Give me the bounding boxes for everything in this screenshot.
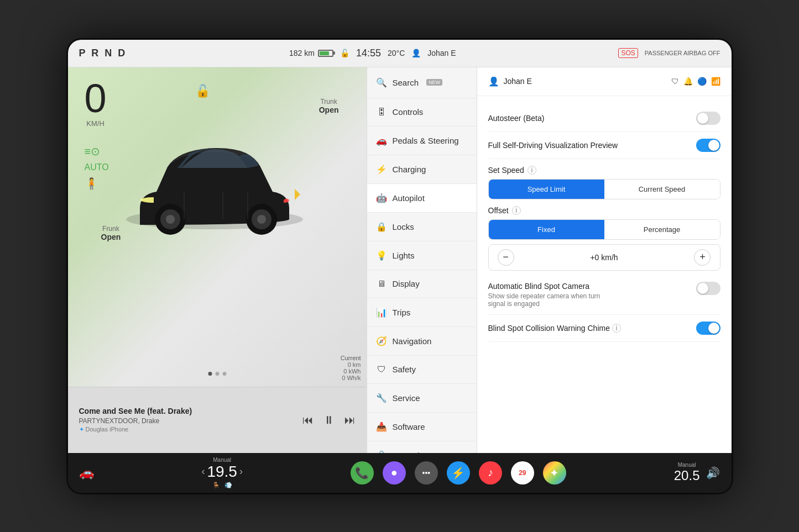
menu-item-upgrades[interactable]: 🔓 Upgrades [367,441,477,453]
phone-icon[interactable]: 📞 [351,461,374,484]
offset-options: Fixed Percentage [488,219,720,240]
navigation-icon: 🧭 [376,336,387,346]
frunk-status: Open [101,233,121,241]
speed-value: 0 [85,78,107,118]
left-panel: 0 KM/H ≡⊙ AUTO 🧍 Frunk Open Trunk Open [68,67,367,453]
bluetooth-icon[interactable]: ⚡ [447,461,470,484]
battery-icon [318,50,333,57]
blind-spot-setting: Automatic Blind Spot Camera Show side re… [488,275,720,315]
music-controls[interactable]: ⏮ ⏸ ⏭ [302,414,356,426]
music-info: Come and See Me (feat. Drake) PARTYNEXTD… [79,407,302,433]
frunk-info: Frunk Open [101,225,121,241]
software-label: Software [393,422,425,431]
fixed-option[interactable]: Fixed [489,220,604,239]
service-label: Service [393,393,420,403]
speed-limit-option[interactable]: Speed Limit [489,180,604,199]
menu-item-service[interactable]: 🔧 Service [367,384,477,413]
temp-display: 20°C [388,49,405,57]
set-speed-header: Set Speed i [488,166,720,175]
lock-indicator: 🔓 [195,84,210,98]
time-display: 14:55 [356,48,381,59]
decrease-kmh-button[interactable]: − [498,249,514,266]
trunk-label: Trunk [319,98,339,106]
calendar-icon[interactable]: 29 [511,461,534,484]
menu-item-controls[interactable]: 🎛 Controls [367,98,477,127]
increase-kmh-button[interactable]: + [694,249,711,266]
speed-options: Speed Limit Current Speed [488,179,720,199]
offset-section: Offset i Fixed Percentage − +0 km/h + [488,206,720,271]
menu-item-lights[interactable]: 💡 Lights [367,241,477,270]
autosteer-toggle[interactable] [696,112,720,125]
pedals-label: Pedals & Steering [393,136,459,145]
trunk-status: Open [319,106,339,114]
camera-icon[interactable]: ● [383,461,406,484]
blind-spot-toggle[interactable] [696,282,720,295]
menu-item-search[interactable]: 🔍 Search NEW [367,67,477,98]
menu-item-safety[interactable]: 🛡 Safety [367,356,477,384]
lights-label: Lights [393,251,415,260]
menu-panel: 🔍 Search NEW 🎛 Controls 🚗 Pedals & Steer… [367,67,477,453]
menu-item-trips[interactable]: 📊 Trips [367,298,477,327]
colorful-icon[interactable]: ✦ [543,461,566,484]
pause-button[interactable]: ⏸ [323,414,335,426]
headlight-icon: ≡⊙ [85,145,109,158]
trips-icon: 📊 [376,307,387,318]
upgrades-icon: 🔓 [376,450,387,453]
car-taskbar-icon[interactable]: 🚗 [79,466,94,480]
menu-item-charging[interactable]: ⚡ Charging [367,155,477,184]
fsd-knob [708,140,719,151]
blind-warning-setting: Blind Spot Collision Warning Chime i [488,315,720,342]
page-dot-2 [215,372,219,376]
search-menu-icon: 🔍 [376,77,387,88]
prev-track-button[interactable]: ⏮ [302,414,314,426]
locks-label: Locks [393,222,414,231]
blind-spot-desc: Show side repeater camera when turn sign… [488,292,610,308]
music-artist: PARTYNEXTDOOR, Drake [79,417,302,425]
apple-music-icon[interactable]: ♪ [479,461,502,484]
chevron-right-icon: › [239,466,243,477]
controls-label: Controls [393,107,424,117]
current-speed-option[interactable]: Current Speed [604,180,720,199]
music-player: Come and See Me (feat. Drake) PARTYNEXTD… [68,387,367,453]
autopilot-icon: 🤖 [376,193,387,203]
range-bar: 182 km [289,49,333,57]
blind-spot-label: Automatic Blind Spot Camera [488,282,690,291]
offset-header: Offset i [488,206,720,215]
page-dot-1 [208,372,212,376]
taskbar-temp-left: Manual ‹ 19.5 › 🪑 💨 [201,457,243,489]
blind-warning-info-icon: i [612,324,621,333]
blind-warning-toggle[interactable] [696,322,720,335]
profile-icon: 👤 [411,49,421,57]
sos-badge: SOS [618,48,638,58]
taskbar-center: 📞 ● ••• ⚡ ♪ 29 ✦ [351,461,566,484]
svg-point-3 [166,215,175,224]
next-track-button[interactable]: ⏭ [344,414,356,426]
dots-icon[interactable]: ••• [415,461,438,484]
lights-icon: 💡 [376,250,387,261]
fsd-toggle[interactable] [696,139,720,152]
manual-label-left: Manual [201,457,243,463]
search-badge: NEW [426,79,442,86]
trip-km: 0 km [341,361,361,368]
seatbelt-icon: 🧍 [85,177,109,190]
volume-icon[interactable]: 🔊 [706,466,720,480]
menu-item-autopilot[interactable]: 🤖 Autopilot [367,184,477,213]
temp-left-section: Manual ‹ 19.5 › 🪑 💨 [201,457,243,489]
percentage-option[interactable]: Percentage [604,220,720,239]
autopilot-settings: Autosteer (Beta) Full Self-Driving Visua… [477,96,732,351]
menu-item-software[interactable]: 📥 Software [367,413,477,441]
page-dots [208,372,226,376]
main-content: 0 KM/H ≡⊙ AUTO 🧍 Frunk Open Trunk Open [68,67,732,453]
calendar-date: 29 [519,469,526,477]
frunk-label: Frunk [101,225,121,233]
blind-warning-label: Blind Spot Collision Warning Chime [488,324,610,333]
service-icon: 🔧 [376,393,387,403]
menu-item-locks[interactable]: 🔒 Locks [367,213,477,241]
menu-item-display[interactable]: 🖥 Display [367,270,477,298]
menu-item-navigation[interactable]: 🧭 Navigation [367,327,477,356]
set-speed-section: Set Speed i Speed Limit Current Speed [488,166,720,199]
car-visual [112,123,311,244]
fsd-label: Full Self-Driving Visualization Preview [488,141,618,150]
menu-item-pedals[interactable]: 🚗 Pedals & Steering [367,127,477,155]
autopilot-status-icon: AUTO [85,162,109,172]
